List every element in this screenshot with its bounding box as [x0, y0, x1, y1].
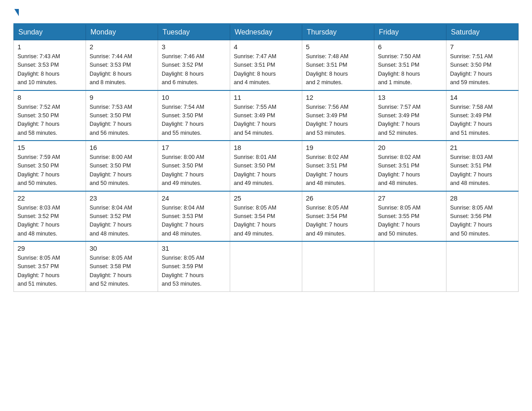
day-info: Sunrise: 7:51 AMSunset: 3:50 PMDaylight:… [450, 52, 515, 87]
day-number: 12 [306, 94, 370, 101]
calendar-cell [302, 241, 374, 291]
calendar-cell: 16Sunrise: 8:00 AMSunset: 3:50 PMDayligh… [86, 141, 158, 191]
day-number: 2 [90, 43, 154, 51]
day-number: 25 [234, 194, 298, 202]
calendar-cell: 11Sunrise: 7:55 AMSunset: 3:49 PMDayligh… [230, 90, 302, 141]
week-row-2: 8Sunrise: 7:52 AMSunset: 3:50 PMDaylight… [14, 90, 519, 141]
week-row-1: 1Sunrise: 7:43 AMSunset: 3:53 PMDaylight… [14, 40, 519, 90]
day-number: 22 [17, 194, 82, 202]
weekday-header-friday: Friday [374, 24, 446, 40]
day-number: 24 [162, 194, 226, 202]
day-info: Sunrise: 7:44 AMSunset: 3:53 PMDaylight:… [90, 52, 154, 87]
weekday-header-sunday: Sunday [14, 24, 86, 40]
day-info: Sunrise: 8:05 AMSunset: 3:54 PMDaylight:… [234, 204, 298, 239]
weekday-header-monday: Monday [86, 24, 158, 40]
day-number: 27 [378, 194, 442, 202]
calendar-cell: 19Sunrise: 8:02 AMSunset: 3:51 PMDayligh… [302, 141, 374, 191]
calendar-cell: 17Sunrise: 8:00 AMSunset: 3:50 PMDayligh… [158, 141, 230, 191]
day-number: 3 [162, 43, 226, 51]
weekday-header-thursday: Thursday [302, 24, 374, 40]
calendar-cell: 26Sunrise: 8:05 AMSunset: 3:54 PMDayligh… [302, 191, 374, 242]
day-number: 9 [90, 94, 154, 101]
calendar-cell: 21Sunrise: 8:03 AMSunset: 3:51 PMDayligh… [446, 141, 519, 191]
day-info: Sunrise: 7:50 AMSunset: 3:51 PMDaylight:… [378, 52, 442, 87]
day-info: Sunrise: 8:05 AMSunset: 3:54 PMDaylight:… [306, 204, 370, 239]
day-info: Sunrise: 7:43 AMSunset: 3:53 PMDaylight:… [17, 52, 82, 87]
calendar-cell: 28Sunrise: 8:05 AMSunset: 3:56 PMDayligh… [446, 191, 519, 242]
day-info: Sunrise: 7:54 AMSunset: 3:50 PMDaylight:… [162, 103, 226, 138]
day-info: Sunrise: 7:53 AMSunset: 3:50 PMDaylight:… [90, 103, 154, 138]
weekday-header-wednesday: Wednesday [230, 24, 302, 40]
day-number: 4 [234, 43, 298, 51]
week-row-3: 15Sunrise: 7:59 AMSunset: 3:50 PMDayligh… [14, 141, 519, 191]
calendar-cell: 29Sunrise: 8:05 AMSunset: 3:57 PMDayligh… [14, 241, 86, 291]
day-number: 10 [162, 94, 226, 101]
day-info: Sunrise: 8:05 AMSunset: 3:58 PMDaylight:… [90, 254, 154, 289]
day-number: 14 [450, 94, 515, 101]
calendar-cell: 27Sunrise: 8:05 AMSunset: 3:55 PMDayligh… [374, 191, 446, 242]
calendar-cell: 24Sunrise: 8:04 AMSunset: 3:53 PMDayligh… [158, 191, 230, 242]
logo [13, 9, 19, 16]
day-info: Sunrise: 7:47 AMSunset: 3:51 PMDaylight:… [234, 52, 298, 87]
page-header [13, 9, 519, 16]
calendar-cell: 1Sunrise: 7:43 AMSunset: 3:53 PMDaylight… [14, 40, 86, 90]
calendar-cell: 2Sunrise: 7:44 AMSunset: 3:53 PMDaylight… [86, 40, 158, 90]
day-info: Sunrise: 8:03 AMSunset: 3:51 PMDaylight:… [450, 153, 515, 188]
day-number: 18 [234, 144, 298, 151]
day-number: 31 [162, 244, 226, 252]
day-info: Sunrise: 7:58 AMSunset: 3:49 PMDaylight:… [450, 103, 515, 138]
day-info: Sunrise: 8:01 AMSunset: 3:50 PMDaylight:… [234, 153, 298, 188]
calendar-cell: 25Sunrise: 8:05 AMSunset: 3:54 PMDayligh… [230, 191, 302, 242]
day-number: 5 [306, 43, 370, 51]
calendar-cell: 13Sunrise: 7:57 AMSunset: 3:49 PMDayligh… [374, 90, 446, 141]
day-info: Sunrise: 8:04 AMSunset: 3:52 PMDaylight:… [90, 204, 154, 239]
day-number: 6 [378, 43, 442, 51]
calendar-cell: 10Sunrise: 7:54 AMSunset: 3:50 PMDayligh… [158, 90, 230, 141]
calendar-cell: 14Sunrise: 7:58 AMSunset: 3:49 PMDayligh… [446, 90, 519, 141]
day-info: Sunrise: 7:55 AMSunset: 3:49 PMDaylight:… [234, 103, 298, 138]
day-info: Sunrise: 8:00 AMSunset: 3:50 PMDaylight:… [90, 153, 154, 188]
calendar-cell: 9Sunrise: 7:53 AMSunset: 3:50 PMDaylight… [86, 90, 158, 141]
day-number: 1 [17, 43, 82, 51]
day-info: Sunrise: 8:02 AMSunset: 3:51 PMDaylight:… [306, 153, 370, 188]
calendar-cell: 3Sunrise: 7:46 AMSunset: 3:52 PMDaylight… [158, 40, 230, 90]
day-number: 26 [306, 194, 370, 202]
week-row-5: 29Sunrise: 8:05 AMSunset: 3:57 PMDayligh… [14, 241, 519, 291]
calendar-cell [446, 241, 519, 291]
calendar-cell: 6Sunrise: 7:50 AMSunset: 3:51 PMDaylight… [374, 40, 446, 90]
day-number: 16 [90, 144, 154, 151]
day-info: Sunrise: 8:05 AMSunset: 3:57 PMDaylight:… [17, 254, 82, 289]
weekday-header-row: SundayMondayTuesdayWednesdayThursdayFrid… [14, 24, 519, 40]
calendar-cell: 18Sunrise: 8:01 AMSunset: 3:50 PMDayligh… [230, 141, 302, 191]
calendar-cell [374, 241, 446, 291]
day-number: 19 [306, 144, 370, 151]
day-number: 28 [450, 194, 515, 202]
day-number: 17 [162, 144, 226, 151]
day-info: Sunrise: 7:59 AMSunset: 3:50 PMDaylight:… [17, 153, 82, 188]
day-number: 30 [90, 244, 154, 252]
day-number: 7 [450, 43, 515, 51]
weekday-header-saturday: Saturday [446, 24, 519, 40]
day-info: Sunrise: 8:03 AMSunset: 3:52 PMDaylight:… [17, 204, 82, 239]
calendar-cell: 31Sunrise: 8:05 AMSunset: 3:59 PMDayligh… [158, 241, 230, 291]
calendar-cell: 12Sunrise: 7:56 AMSunset: 3:49 PMDayligh… [302, 90, 374, 141]
day-info: Sunrise: 7:57 AMSunset: 3:49 PMDaylight:… [378, 103, 442, 138]
day-info: Sunrise: 8:05 AMSunset: 3:59 PMDaylight:… [162, 254, 226, 289]
calendar-cell: 4Sunrise: 7:47 AMSunset: 3:51 PMDaylight… [230, 40, 302, 90]
day-info: Sunrise: 8:02 AMSunset: 3:51 PMDaylight:… [378, 153, 442, 188]
day-info: Sunrise: 8:00 AMSunset: 3:50 PMDaylight:… [162, 153, 226, 188]
day-info: Sunrise: 7:56 AMSunset: 3:49 PMDaylight:… [306, 103, 370, 138]
calendar-cell: 7Sunrise: 7:51 AMSunset: 3:50 PMDaylight… [446, 40, 519, 90]
day-info: Sunrise: 8:05 AMSunset: 3:55 PMDaylight:… [378, 204, 442, 239]
calendar-cell: 30Sunrise: 8:05 AMSunset: 3:58 PMDayligh… [86, 241, 158, 291]
day-info: Sunrise: 8:04 AMSunset: 3:53 PMDaylight:… [162, 204, 226, 239]
day-info: Sunrise: 7:46 AMSunset: 3:52 PMDaylight:… [162, 52, 226, 87]
day-info: Sunrise: 7:48 AMSunset: 3:51 PMDaylight:… [306, 52, 370, 87]
day-number: 11 [234, 94, 298, 101]
day-number: 20 [378, 144, 442, 151]
weekday-header-tuesday: Tuesday [158, 24, 230, 40]
calendar-cell: 20Sunrise: 8:02 AMSunset: 3:51 PMDayligh… [374, 141, 446, 191]
day-info: Sunrise: 8:05 AMSunset: 3:56 PMDaylight:… [450, 204, 515, 239]
calendar-cell: 23Sunrise: 8:04 AMSunset: 3:52 PMDayligh… [86, 191, 158, 242]
day-number: 29 [17, 244, 82, 252]
